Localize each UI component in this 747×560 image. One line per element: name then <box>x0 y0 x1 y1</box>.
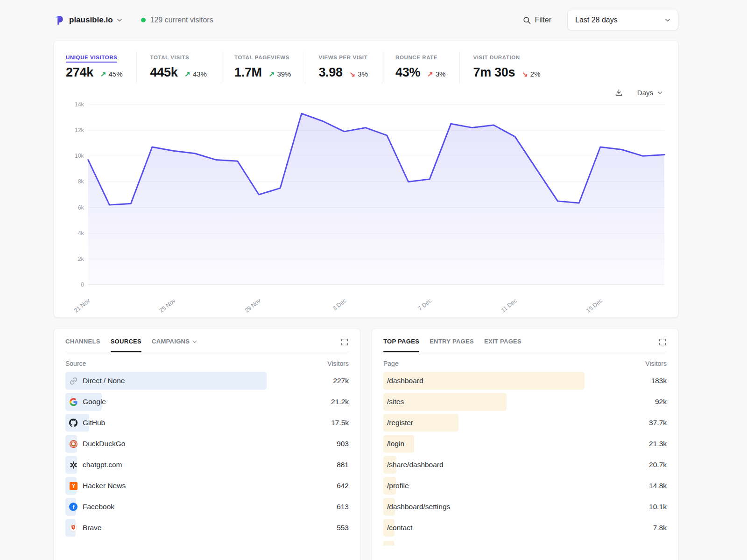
date-range-select[interactable]: Last 28 days <box>567 10 678 30</box>
svg-text:7 Dec: 7 Dec <box>417 297 433 312</box>
row-label: Facebook <box>83 503 114 511</box>
chevron-down-icon <box>191 338 198 345</box>
row-label: /dashboard/settings <box>387 503 450 511</box>
source-row-github[interactable]: GitHub 17.5k <box>65 414 349 432</box>
expand-icon[interactable] <box>658 338 667 352</box>
metric-change: 39% <box>277 70 291 78</box>
facebook-icon: f <box>69 503 78 511</box>
tab-entry-pages[interactable]: ENTRY PAGES <box>430 338 474 352</box>
svg-text:6k: 6k <box>78 204 85 211</box>
pages-column-headers: Page Visitors <box>383 360 667 367</box>
analytics-card: UNIQUE VISITORS 274k ↗ 45% TOTAL VISITS … <box>54 40 678 318</box>
interval-value: Days <box>637 89 653 97</box>
page-row-sites[interactable]: /sites 92k <box>383 393 667 411</box>
brave-icon <box>69 524 78 532</box>
trend-up-icon: ↗ <box>100 70 106 78</box>
svg-text:25 Nov: 25 Nov <box>158 297 177 314</box>
source-row-brave[interactable]: Brave 553 <box>65 519 349 537</box>
row-label: /sites <box>387 398 404 406</box>
metric-bounce-rate[interactable]: BOUNCE RATE 43% ↗ 3% <box>382 52 459 84</box>
row-label: /register <box>387 419 413 427</box>
svg-text:3 Dec: 3 Dec <box>331 297 347 312</box>
tab-sources[interactable]: SOURCES <box>111 338 141 352</box>
svg-text:10k: 10k <box>75 153 85 159</box>
page-row-dashboard-settings[interactable]: /dashboard/settings 10.1k <box>383 498 667 516</box>
row-value: 613 <box>337 503 349 511</box>
svg-text:21 Nov: 21 Nov <box>73 297 92 314</box>
row-label: chatgpt.com <box>83 461 122 469</box>
svg-text:29 Nov: 29 Nov <box>244 297 262 314</box>
interval-dropdown[interactable]: Days <box>637 89 663 97</box>
trend-down-icon: ↘ <box>522 70 528 78</box>
page-row-login[interactable]: /login 21.3k <box>383 435 667 453</box>
row-label: Hacker News <box>83 482 126 490</box>
metric-value: 445k <box>150 65 177 80</box>
row-value: 37.7k <box>649 419 667 427</box>
metric-change: 43% <box>193 70 207 78</box>
metric-total-visits[interactable]: TOTAL VISITS 445k ↗ 43% <box>136 52 220 84</box>
row-label: Brave <box>83 524 102 532</box>
visitors-chart: 02k4k6k8k10k12k14k21 Nov25 Nov29 Nov3 De… <box>66 98 666 315</box>
page-row-profile[interactable]: /profile 14.8k <box>383 477 667 495</box>
filter-button[interactable]: Filter <box>522 16 551 25</box>
row-value: 881 <box>337 461 349 469</box>
row-label: /dashboard <box>387 377 423 385</box>
row-value: 14.8k <box>649 482 667 490</box>
source-row-facebook[interactable]: f Facebook 613 <box>65 498 349 516</box>
current-visitors[interactable]: 129 current visitors <box>141 16 213 24</box>
row-label: /share/dashboard <box>387 461 444 469</box>
metric-visit-duration[interactable]: VISIT DURATION 7m 30s ↘ 2% <box>459 52 554 84</box>
source-row-direct[interactable]: Direct / None 227k <box>65 372 349 390</box>
row-value: 17.5k <box>331 419 349 427</box>
tab-channels[interactable]: CHANNELS <box>65 338 100 352</box>
pages-tabs: TOP PAGES ENTRY PAGES EXIT PAGES <box>383 338 667 352</box>
row-label: Direct / None <box>83 377 125 385</box>
tab-campaigns[interactable]: CAMPAIGNS <box>152 338 198 352</box>
svg-text:4k: 4k <box>78 230 85 237</box>
site-name[interactable]: plausible.io <box>69 15 113 25</box>
svg-text:15 Dec: 15 Dec <box>585 297 604 314</box>
metric-label: BOUNCE RATE <box>395 55 437 60</box>
tab-exit-pages[interactable]: EXIT PAGES <box>484 338 521 352</box>
source-row-duckduckgo[interactable]: DuckDuckGo 903 <box>65 435 349 453</box>
row-label: GitHub <box>83 419 105 427</box>
metric-total-pageviews[interactable]: TOTAL PAGEVIEWS 1.7M ↗ 39% <box>221 52 305 84</box>
dashboard: plausible.io 129 current visitors Filter… <box>54 0 678 560</box>
chart-controls: Days <box>66 88 663 97</box>
svg-text:0: 0 <box>81 281 84 288</box>
page-row-register[interactable]: /register 37.7k <box>383 414 667 432</box>
download-icon[interactable] <box>614 88 623 97</box>
live-dot-icon <box>141 18 146 22</box>
top-bar: plausible.io 129 current visitors Filter… <box>54 0 678 40</box>
source-row-google[interactable]: Google 21.2k <box>65 393 349 411</box>
page-row-contact[interactable]: /contact 7.8k <box>383 519 667 537</box>
search-icon <box>522 16 531 25</box>
row-label: /profile <box>387 482 409 490</box>
metric-change: 45% <box>108 70 122 78</box>
metric-change: 2% <box>530 70 541 78</box>
metric-label: UNIQUE VISITORS <box>66 55 117 63</box>
expand-icon[interactable] <box>340 338 349 352</box>
source-row-chatgpt[interactable]: chatgpt.com 881 <box>65 456 349 474</box>
metric-unique-visitors[interactable]: UNIQUE VISITORS 274k ↗ 45% <box>66 52 136 84</box>
metric-value: 274k <box>66 65 93 80</box>
site-switcher-chevron-icon[interactable] <box>116 16 123 24</box>
page-row-share-dashboard[interactable]: /share/dashboard 20.7k <box>383 456 667 474</box>
chevron-down-icon <box>664 16 671 24</box>
svg-text:11 Dec: 11 Dec <box>500 297 518 314</box>
page-row-dashboard[interactable]: /dashboard 183k <box>383 372 667 390</box>
row-label: /login <box>387 440 404 448</box>
date-range-value: Last 28 days <box>575 16 618 24</box>
openai-icon <box>69 461 78 469</box>
tab-top-pages[interactable]: TOP PAGES <box>383 338 419 352</box>
metric-value: 43% <box>395 65 420 80</box>
chevron-down-icon <box>656 89 663 96</box>
google-icon <box>69 398 78 406</box>
row-label: /contact <box>387 524 412 532</box>
row-value: 92k <box>655 398 667 406</box>
duckduckgo-icon <box>69 440 78 448</box>
github-icon <box>69 419 78 427</box>
metrics-row: UNIQUE VISITORS 274k ↗ 45% TOTAL VISITS … <box>66 52 666 84</box>
metric-views-per-visit[interactable]: VIEWS PER VISIT 3.98 ↘ 3% <box>305 52 382 84</box>
source-row-hackernews[interactable]: Y Hacker News 642 <box>65 477 349 495</box>
